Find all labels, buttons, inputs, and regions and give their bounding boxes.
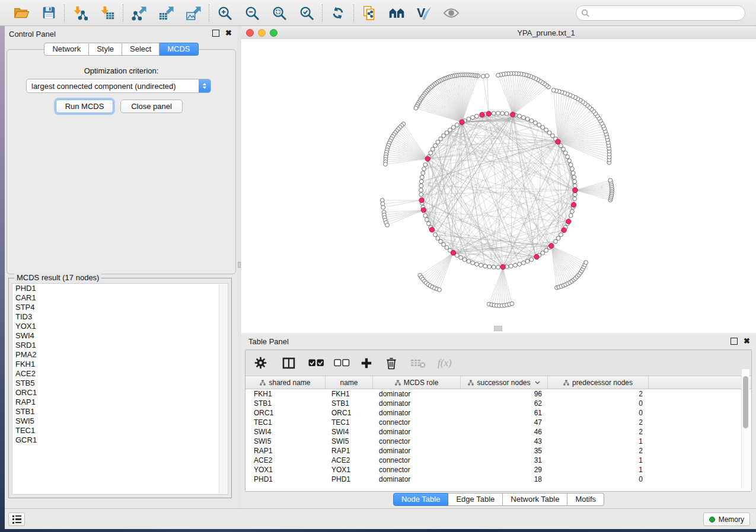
- horizontal-splitter-handle[interactable]: [494, 326, 502, 331]
- graph-node[interactable]: [500, 111, 505, 116]
- graph-leaf-node[interactable]: [584, 261, 588, 265]
- zoom-selected-icon[interactable]: [298, 4, 315, 22]
- graph-node[interactable]: [569, 163, 573, 167]
- graph-mcds-node[interactable]: [486, 111, 491, 116]
- graph-node[interactable]: [505, 111, 509, 116]
- tab-edge-table[interactable]: Edge Table: [448, 493, 503, 506]
- graph-node[interactable]: [534, 121, 538, 125]
- graph-node[interactable]: [562, 147, 566, 151]
- mcds-node[interactable]: PMA2: [12, 350, 228, 360]
- graph-node[interactable]: [529, 119, 534, 123]
- graph-node[interactable]: [492, 111, 496, 116]
- graph-node[interactable]: [525, 259, 529, 264]
- search-input[interactable]: [589, 8, 745, 18]
- mcds-node[interactable]: CAR1: [12, 293, 228, 303]
- minimize-window-icon[interactable]: [258, 29, 266, 37]
- graph-node[interactable]: [427, 222, 431, 226]
- graph-node[interactable]: [425, 217, 429, 222]
- graph-node[interactable]: [433, 233, 438, 237]
- mcds-node[interactable]: STP4: [12, 303, 228, 312]
- graph-node[interactable]: [513, 263, 518, 267]
- first-neighbors-icon[interactable]: [388, 4, 406, 22]
- mcds-node[interactable]: PHD1: [12, 284, 228, 293]
- mcds-list-scrollbar[interactable]: [219, 284, 227, 493]
- columns-icon[interactable]: [282, 357, 295, 369]
- mcds-node[interactable]: ACE2: [12, 369, 228, 379]
- graph-node[interactable]: [573, 197, 577, 201]
- graph-mcds-node[interactable]: [556, 139, 560, 144]
- mcds-node[interactable]: FKH1: [12, 360, 228, 369]
- graph-mcds-node[interactable]: [549, 243, 554, 248]
- graph-node[interactable]: [541, 251, 545, 255]
- tab-network-table[interactable]: Network Table: [503, 493, 567, 506]
- graph-mcds-node[interactable]: [573, 188, 578, 193]
- graph-node[interactable]: [522, 261, 526, 265]
- graph-node[interactable]: [483, 264, 487, 268]
- save-icon[interactable]: [40, 4, 58, 22]
- delete-column-icon[interactable]: [410, 358, 426, 368]
- graph-node[interactable]: [451, 126, 455, 130]
- table-row-yox1[interactable]: YOX1YOX1connector291: [245, 465, 751, 475]
- mcds-node[interactable]: STB5: [12, 379, 228, 388]
- graph-node[interactable]: [479, 263, 483, 267]
- mcds-node[interactable]: STB1: [12, 407, 228, 416]
- graph-node[interactable]: [467, 117, 471, 121]
- graph-leaf-node[interactable]: [510, 302, 514, 306]
- graph-leaf-node[interactable]: [481, 74, 485, 78]
- graph-mcds-node[interactable]: [429, 227, 434, 232]
- graph-node[interactable]: [522, 116, 526, 120]
- run-mcds-button[interactable]: Run MCDS: [56, 100, 113, 113]
- graph-node[interactable]: [573, 184, 577, 188]
- table-row-rap1[interactable]: RAP1RAP1dominator352: [245, 446, 751, 456]
- graph-mcds-node[interactable]: [419, 198, 424, 203]
- table-scrollbar[interactable]: [741, 369, 749, 488]
- zoom-in-icon[interactable]: [216, 4, 234, 22]
- graph-node[interactable]: [423, 214, 428, 218]
- gear-icon[interactable]: [254, 357, 267, 369]
- table-scrollbar-thumb[interactable]: [743, 376, 748, 428]
- graph-mcds-node[interactable]: [562, 227, 566, 232]
- graph-node[interactable]: [475, 262, 479, 267]
- criterion-select[interactable]: largest connected component (undirected): [26, 79, 211, 93]
- splitter-handle[interactable]: [238, 262, 241, 268]
- import-network-icon[interactable]: [71, 4, 89, 22]
- mcds-node[interactable]: GCR1: [12, 435, 228, 445]
- graph-node[interactable]: [433, 143, 438, 148]
- graph-node[interactable]: [471, 116, 475, 120]
- table-row-swi5[interactable]: SWI5SWI5connector431: [245, 437, 751, 446]
- graph-mcds-node[interactable]: [451, 251, 455, 255]
- graph-leaf-node[interactable]: [485, 74, 489, 78]
- graph-node[interactable]: [566, 155, 570, 159]
- graph-node[interactable]: [537, 123, 541, 127]
- memory-button[interactable]: Memory: [703, 512, 750, 526]
- graph-node[interactable]: [570, 167, 575, 171]
- graph-node[interactable]: [496, 111, 500, 116]
- close-window-icon[interactable]: [246, 29, 254, 37]
- graph-node[interactable]: [462, 258, 467, 262]
- mcds-node[interactable]: TID3: [12, 312, 228, 322]
- graph-node[interactable]: [567, 159, 572, 163]
- mcds-node[interactable]: YOX1: [12, 322, 228, 331]
- table-row-stb1[interactable]: STB1STB1dominator620: [245, 399, 751, 408]
- tab-mcds[interactable]: MCDS: [160, 43, 198, 56]
- graph-node[interactable]: [559, 233, 563, 237]
- column-header-shared-name[interactable]: shared name: [245, 376, 326, 389]
- import-table-icon[interactable]: [98, 4, 116, 22]
- graph-mcds-node[interactable]: [421, 207, 426, 212]
- graph-leaf-node[interactable]: [496, 73, 500, 78]
- table-row-orc1[interactable]: ORC1ORC1dominator610: [245, 408, 751, 418]
- graph-node[interactable]: [423, 163, 428, 167]
- mcds-node[interactable]: SWI4: [12, 331, 228, 341]
- tab-motifs[interactable]: Motifs: [567, 493, 604, 506]
- table-row-fkh1[interactable]: FKH1FKH1dominator962: [245, 389, 751, 399]
- graph-leaf-node[interactable]: [381, 206, 385, 210]
- graph-node[interactable]: [518, 114, 522, 118]
- select-all-icon[interactable]: [308, 359, 324, 367]
- graph-node[interactable]: [419, 184, 423, 188]
- graph-node[interactable]: [556, 236, 560, 241]
- graph-node[interactable]: [544, 128, 548, 132]
- open-icon[interactable]: [12, 4, 30, 22]
- maximize-window-icon[interactable]: [270, 29, 277, 37]
- graph-node[interactable]: [419, 188, 423, 193]
- graph-node[interactable]: [541, 126, 545, 130]
